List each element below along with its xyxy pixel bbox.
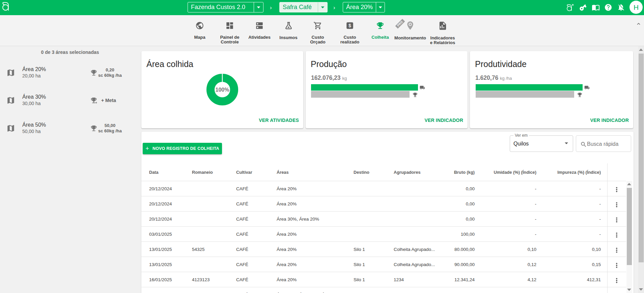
svg-text:100%: 100% bbox=[216, 87, 229, 93]
svg-text:$: $ bbox=[348, 23, 351, 28]
